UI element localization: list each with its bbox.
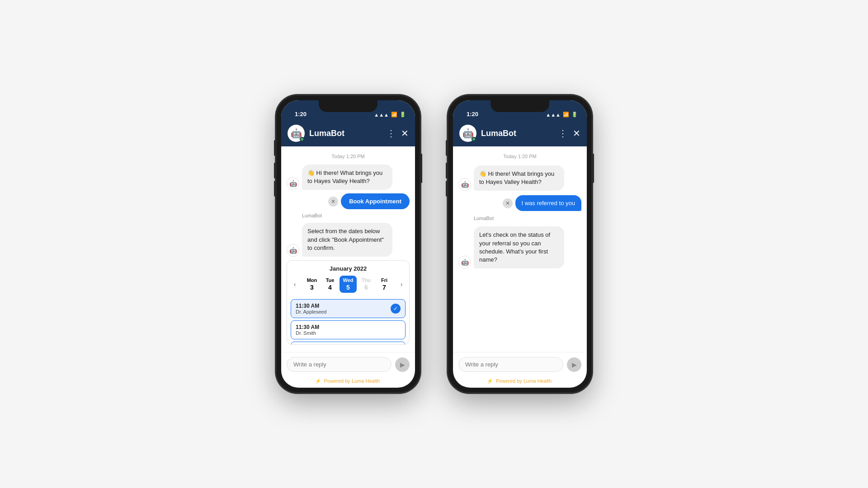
status-icons-1: ▲▲▲ 📶 🔋 — [374, 112, 406, 117]
chat-body-2: Today 1:20 PM 🤖 👋 Hi there! What brings … — [453, 146, 587, 352]
chat-body-1: Today 1:20 PM 🤖 👋 Hi there! What brings … — [281, 146, 415, 352]
time-slots: 11:30 AM Dr. Appleseed ✓ 11:30 AM Dr. Sm… — [287, 296, 409, 345]
bot-response-row: 🤖 Let's check on the status of your refe… — [458, 226, 581, 268]
wifi-icon-2: 📶 — [563, 112, 569, 117]
time-slot-doc-2: Dr. Smith — [296, 330, 319, 336]
user-referred-bubble: I was referred to you — [515, 195, 582, 211]
powered-by-2: ⚡ Powered by Luma Health — [453, 376, 587, 388]
battery-icon: 🔋 — [400, 112, 406, 117]
time-slot-info-1: 11:30 AM Dr. Appleseed — [296, 303, 327, 314]
notch-1 — [319, 100, 377, 112]
chat-header-1: 🤖 LumaBot ⋮ ✕ — [281, 120, 415, 146]
cal-day-name-fri: Fri — [381, 277, 387, 283]
reply-input-1[interactable] — [287, 357, 392, 372]
close-icon-2[interactable]: ✕ — [573, 128, 580, 139]
header-actions-1[interactable]: ⋮ ✕ — [387, 128, 409, 139]
cal-days: Mon 3 Tue 4 Wed 5 Thu 6 — [301, 276, 396, 293]
book-appointment-btn[interactable]: Book Appointment — [341, 193, 410, 209]
powered-by-text-2: Powered by Luma Health — [496, 378, 552, 384]
powered-by-text-1: Powered by Luma Health — [324, 378, 380, 384]
signal-icon-2: ▲▲▲ — [546, 112, 561, 117]
lumabot-label-2: LumaBot — [474, 216, 581, 221]
cal-day-wed[interactable]: Wed 5 — [340, 276, 357, 293]
status-icons-2: ▲▲▲ 📶 🔋 — [546, 112, 578, 117]
notch-2 — [491, 100, 549, 112]
lightning-icon-1: ⚡ — [315, 378, 321, 384]
cal-day-name-wed: Wed — [343, 277, 353, 283]
time-slot-1[interactable]: 11:30 AM Dr. Appleseed ✓ — [291, 299, 406, 318]
lightning-icon-2: ⚡ — [487, 378, 493, 384]
cal-month: January 2022 — [287, 261, 409, 276]
status-time-2: 1:20 — [462, 111, 478, 117]
cal-day-name-tue: Tue — [326, 277, 335, 283]
user-referred-row: ✕ I was referred to you — [458, 195, 581, 211]
phone-screen-1: 1:20 ▲▲▲ 📶 🔋 🤖 LumaBot ⋮ ✕ Today 1:20 PM — [281, 100, 415, 388]
header-actions-2[interactable]: ⋮ ✕ — [558, 128, 580, 139]
cal-day-tue[interactable]: Tue 4 — [321, 276, 339, 293]
check-icon-1: ✓ — [391, 304, 401, 314]
action-btn-row-1: ✕ Book Appointment — [287, 193, 410, 209]
cal-day-num-thu: 6 — [364, 284, 368, 291]
time-slot-2[interactable]: 11:30 AM Dr. Smith — [291, 320, 406, 339]
more-icon-2[interactable]: ⋮ — [558, 128, 567, 139]
time-slot-doc-1: Dr. Appleseed — [296, 309, 327, 314]
cal-day-name-mon: Mon — [307, 277, 317, 283]
cal-day-num-wed: 5 — [346, 284, 350, 291]
phone-1: 1:20 ▲▲▲ 📶 🔋 🤖 LumaBot ⋮ ✕ Today 1:20 PM — [276, 95, 420, 393]
bot-avatar-msg-4: 🤖 — [458, 256, 471, 268]
chat-input-row-2: ▶ — [453, 352, 587, 376]
phone-2: 1:20 ▲▲▲ 📶 🔋 🤖 LumaBot ⋮ ✕ Today 1:20 PM — [448, 95, 592, 393]
cal-day-num-fri: 7 — [382, 284, 386, 291]
avatar-1: 🤖 — [288, 125, 305, 142]
time-slot-info-2: 11:30 AM Dr. Smith — [296, 324, 319, 336]
avatar-2: 🤖 — [459, 125, 476, 142]
chat-input-row-1: ▶ — [281, 352, 415, 376]
cal-nav: ‹ Mon 3 Tue 4 Wed 5 — [287, 276, 409, 296]
more-icon-1[interactable]: ⋮ — [387, 128, 396, 139]
cal-day-mon[interactable]: Mon 3 — [303, 276, 321, 293]
bot-greeting-row-1: 🤖 👋 Hi there! What brings you to Hayes V… — [287, 164, 410, 190]
cal-day-fri[interactable]: Fri 7 — [376, 276, 393, 293]
bot-response-bubble: Let's check on the status of your referr… — [474, 226, 564, 268]
timestamp-2: Today 1:20 PM — [458, 154, 581, 159]
cal-prev-arrow[interactable]: ‹ — [290, 279, 300, 289]
battery-icon-2: 🔋 — [571, 112, 578, 117]
time-slot-3[interactable]: 1:30 PM — [291, 342, 406, 345]
cal-day-num-tue: 4 — [328, 284, 332, 291]
bot-avatar-msg-2: 🤖 — [287, 244, 299, 257]
online-dot-1 — [300, 137, 304, 141]
send-btn-2[interactable]: ▶ — [567, 357, 581, 372]
bot-select-row: 🤖 Select from the dates below and click … — [287, 223, 410, 257]
bot-select-bubble: Select from the dates below and click "B… — [302, 223, 392, 257]
chat-header-2: 🤖 LumaBot ⋮ ✕ — [453, 120, 587, 146]
phone-screen-2: 1:20 ▲▲▲ 📶 🔋 🤖 LumaBot ⋮ ✕ Today 1:20 PM — [453, 100, 587, 388]
powered-by-1: ⚡ Powered by Luma Health — [281, 376, 415, 388]
calendar-widget: January 2022 ‹ Mon 3 Tue 4 Wed — [287, 260, 410, 345]
lumabot-label-1: LumaBot — [302, 213, 410, 218]
reply-input-2[interactable] — [458, 357, 563, 372]
dismiss-icon-1[interactable]: ✕ — [328, 197, 338, 206]
time-slot-time-1: 11:30 AM — [296, 303, 327, 309]
time-slot-time-2: 11:30 AM — [296, 324, 319, 330]
cal-next-arrow[interactable]: › — [396, 279, 406, 289]
bot-avatar-msg-1: 🤖 — [287, 177, 299, 190]
wifi-icon: 📶 — [391, 112, 397, 117]
send-btn-1[interactable]: ▶ — [395, 357, 410, 372]
cal-day-name-thu: Thu — [362, 277, 371, 283]
bot-greeting-row-2: 🤖 👋 Hi there! What brings you to Hayes V… — [458, 165, 581, 191]
header-title-1: LumaBot — [309, 129, 382, 138]
dismiss-icon-2[interactable]: ✕ — [503, 198, 513, 208]
cal-day-thu: Thu 6 — [358, 276, 375, 293]
bot-avatar-msg-3: 🤖 — [458, 178, 471, 191]
timestamp-1: Today 1:20 PM — [287, 154, 410, 159]
header-title-2: LumaBot — [481, 129, 554, 138]
bot-greeting-bubble-2: 👋 Hi there! What brings you to Hayes Val… — [474, 165, 564, 191]
cal-day-num-mon: 3 — [310, 284, 314, 291]
signal-icon: ▲▲▲ — [374, 112, 389, 117]
close-icon-1[interactable]: ✕ — [401, 128, 409, 139]
status-time-1: 1:20 — [290, 111, 307, 117]
online-dot-2 — [472, 137, 476, 141]
bot-greeting-bubble-1: 👋 Hi there! What brings you to Hayes Val… — [302, 164, 392, 190]
